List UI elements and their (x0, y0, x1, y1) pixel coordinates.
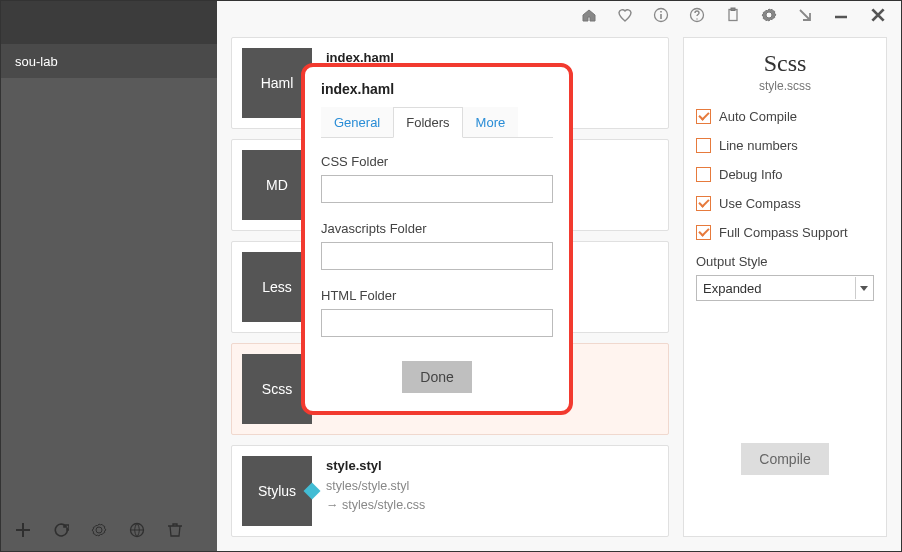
tab-folders[interactable]: Folders (393, 107, 462, 138)
content-area: Hamlindex.hamlMDLessScssStylusstyle.styl… (217, 29, 901, 551)
option-row: Auto Compile (696, 109, 874, 124)
help-icon[interactable] (689, 7, 705, 23)
option-label: Auto Compile (719, 109, 797, 124)
output-style-select[interactable]: Expanded (696, 275, 874, 301)
plus-icon[interactable] (15, 522, 31, 538)
compile-button[interactable]: Compile (741, 443, 828, 475)
file-path: styles/style.styl (326, 477, 425, 496)
sidebar-footer (1, 509, 217, 551)
field-label: CSS Folder (321, 154, 553, 169)
folder-input[interactable] (321, 309, 553, 337)
home-icon[interactable] (581, 7, 597, 23)
file-type-badge: Stylus (242, 456, 312, 526)
folders-modal: index.haml GeneralFoldersMore CSS Folder… (301, 63, 573, 415)
panel-subtitle: style.scss (696, 79, 874, 93)
modal-title: index.haml (321, 81, 553, 97)
clipboard-icon[interactable] (725, 7, 741, 23)
tab-more[interactable]: More (463, 107, 519, 137)
checkbox[interactable] (696, 196, 711, 211)
trash-icon[interactable] (167, 522, 183, 538)
checkbox[interactable] (696, 138, 711, 153)
option-label: Full Compass Support (719, 225, 848, 240)
file-settings-panel: Scss style.scss Auto CompileLine numbers… (683, 37, 887, 537)
checkbox[interactable] (696, 109, 711, 124)
globe-icon[interactable] (129, 522, 145, 538)
svg-rect-3 (729, 10, 737, 21)
file-output-path: → styles/style.css (326, 496, 425, 515)
checkbox[interactable] (696, 167, 711, 182)
option-row: Line numbers (696, 138, 874, 153)
app-window: sou-lab Hamlindex.hamlMDLessScssStylusst… (0, 0, 902, 552)
arrow-down-right-icon[interactable] (797, 7, 813, 23)
file-title: style.styl (326, 458, 425, 473)
folder-input[interactable] (321, 242, 553, 270)
file-info: style.stylstyles/style.styl→ styles/styl… (312, 446, 439, 536)
minimize-icon[interactable] (833, 7, 849, 23)
settings-gear-icon[interactable] (761, 7, 777, 23)
svg-rect-4 (731, 8, 735, 11)
main-area: Hamlindex.hamlMDLessScssStylusstyle.styl… (217, 1, 901, 551)
refresh-icon[interactable] (53, 522, 69, 538)
option-row: Debug Info (696, 167, 874, 182)
checkbox[interactable] (696, 225, 711, 240)
left-sidebar: sou-lab (1, 1, 217, 551)
chevron-down-icon (855, 277, 871, 299)
project-row[interactable]: sou-lab (1, 44, 217, 78)
top-toolbar (217, 1, 901, 29)
heart-icon[interactable] (617, 7, 633, 23)
panel-heading: Scss (696, 50, 874, 77)
option-row: Use Compass (696, 196, 874, 211)
file-card[interactable]: Stylusstyle.stylstyles/style.styl→ style… (231, 445, 669, 537)
modal-tabs: GeneralFoldersMore (321, 107, 553, 138)
project-name: sou-lab (15, 54, 58, 69)
done-button[interactable]: Done (402, 361, 471, 393)
gear-icon[interactable] (91, 522, 107, 538)
output-style-label: Output Style (696, 254, 874, 269)
tab-general[interactable]: General (321, 107, 393, 137)
folder-input[interactable] (321, 175, 553, 203)
output-style-value: Expanded (703, 281, 762, 296)
option-label: Use Compass (719, 196, 801, 211)
close-icon[interactable] (869, 6, 887, 24)
info-icon[interactable] (653, 7, 669, 23)
option-row: Full Compass Support (696, 225, 874, 240)
field-label: HTML Folder (321, 288, 553, 303)
option-label: Debug Info (719, 167, 783, 182)
field-label: Javascripts Folder (321, 221, 553, 236)
sidebar-top (1, 1, 217, 44)
option-label: Line numbers (719, 138, 798, 153)
